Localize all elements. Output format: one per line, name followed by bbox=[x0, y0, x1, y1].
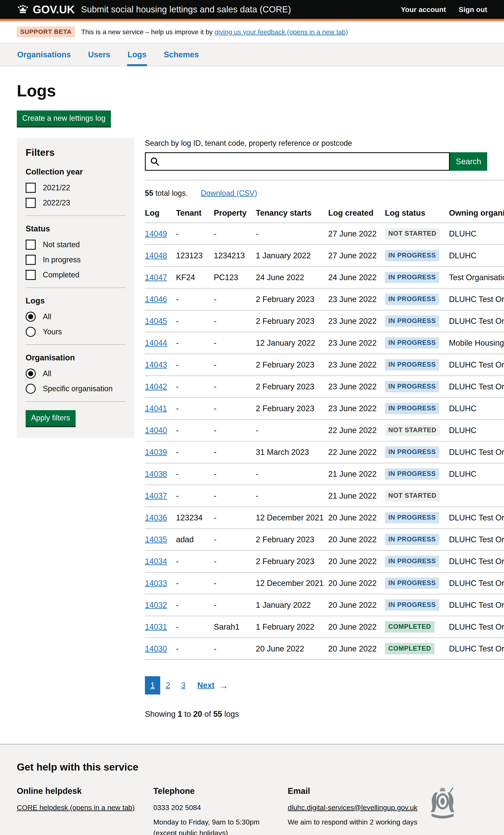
log-id-link[interactable]: 14033 bbox=[145, 579, 167, 588]
email-link[interactable]: dluhc.digital-services@levellingup.gov.u… bbox=[288, 803, 418, 812]
property-cell: - bbox=[214, 441, 256, 463]
status-badge: IN PROGRESS bbox=[385, 468, 439, 480]
log-id-link[interactable]: 14041 bbox=[145, 404, 167, 413]
option-label: In progress bbox=[43, 256, 81, 264]
checkbox-option-completed[interactable]: Completed bbox=[26, 270, 126, 280]
checkbox-unchecked-icon[interactable] bbox=[26, 270, 36, 280]
table-row: 14042--2 February 202323 June 2022IN PRO… bbox=[145, 376, 504, 398]
tab-organisations[interactable]: Organisations bbox=[17, 43, 72, 66]
phase-banner-text: This is a new service – help us improve … bbox=[81, 28, 348, 36]
owning-organisation-cell: DLUHC Test Org bbox=[449, 376, 504, 398]
table-row: 14047KF24PC12324 June 202224 June 2022IN… bbox=[145, 266, 504, 288]
checkbox-option-2022-23[interactable]: 2022/23 bbox=[26, 198, 126, 208]
tenancy-starts-cell: 2 February 2023 bbox=[256, 354, 328, 376]
filter-section-status: StatusNot startedIn progressCompleted bbox=[26, 224, 126, 280]
log-id-link[interactable]: 14038 bbox=[145, 470, 167, 478]
table-row: 14040---22 June 2022NOT STARTEDDLUHC bbox=[145, 420, 504, 441]
log-cell: 14042 bbox=[145, 376, 176, 398]
table-row: 14037---21 June 2022NOT STARTED bbox=[145, 485, 504, 507]
log-cell: 14037 bbox=[145, 485, 176, 507]
next-page-link[interactable]: Next bbox=[197, 681, 215, 690]
owning-organisation-cell: DLUHC Test Org bbox=[449, 616, 504, 638]
log-status-cell: COMPLETED bbox=[385, 638, 449, 660]
email-heading: Email bbox=[288, 786, 430, 796]
filter-section-organisation: OrganisationAllSpecific organisation bbox=[26, 353, 126, 394]
checkbox-unchecked-icon[interactable] bbox=[26, 255, 36, 265]
checkbox-option-2021-22[interactable]: 2021/22 bbox=[26, 183, 126, 193]
tenancy-starts-cell: 2 February 2023 bbox=[256, 376, 328, 398]
service-name-link[interactable]: Submit social housing lettings and sales… bbox=[81, 4, 291, 15]
account-nav: Your account Sign out bbox=[389, 5, 487, 14]
log-created-cell: 23 June 2022 bbox=[328, 398, 385, 420]
your-account-link[interactable]: Your account bbox=[401, 5, 446, 14]
log-created-cell: 20 June 2022 bbox=[328, 616, 385, 638]
page-2-link[interactable]: 2 bbox=[160, 676, 176, 694]
checkbox-unchecked-icon[interactable] bbox=[26, 240, 36, 250]
table-row: 14031-Sarah11 February 202220 June 2022C… bbox=[145, 616, 504, 638]
log-id-link[interactable]: 14034 bbox=[145, 557, 167, 566]
log-id-link[interactable]: 14030 bbox=[145, 644, 167, 653]
log-id-link[interactable]: 14049 bbox=[145, 229, 167, 238]
column-header-tenant: Tenant bbox=[176, 201, 214, 223]
core-helpdesk-link[interactable]: CORE helpdesk (opens in a new tab) bbox=[17, 803, 135, 812]
option-label: Not started bbox=[43, 240, 80, 249]
radio-option-all[interactable]: All bbox=[26, 369, 126, 379]
govuk-home-link[interactable]: GOV.UK bbox=[17, 3, 75, 16]
log-id-link[interactable]: 14048 bbox=[145, 251, 167, 260]
radio-checked-icon[interactable] bbox=[26, 369, 36, 379]
log-status-cell: IN PROGRESS bbox=[385, 441, 449, 463]
log-cell: 14033 bbox=[145, 572, 176, 594]
log-id-link[interactable]: 14046 bbox=[145, 295, 167, 304]
log-id-link[interactable]: 14042 bbox=[145, 382, 167, 391]
log-id-link[interactable]: 14040 bbox=[145, 426, 167, 435]
radio-unchecked-icon[interactable] bbox=[26, 384, 36, 394]
tab-logs[interactable]: Logs bbox=[127, 43, 147, 66]
radio-unchecked-icon[interactable] bbox=[26, 327, 36, 337]
search-button[interactable]: Search bbox=[450, 152, 487, 171]
create-lettings-log-button[interactable]: Create a new lettings log bbox=[17, 110, 111, 126]
tab-schemes[interactable]: Schemes bbox=[163, 43, 199, 66]
sign-out-link[interactable]: Sign out bbox=[459, 5, 487, 14]
status-badge: COMPLETED bbox=[385, 643, 435, 654]
log-id-link[interactable]: 14035 bbox=[145, 535, 167, 544]
checkbox-option-not-started[interactable]: Not started bbox=[26, 240, 126, 250]
tenancy-starts-cell: 1 January 2022 bbox=[256, 245, 328, 266]
divider bbox=[26, 401, 126, 402]
status-badge: IN PROGRESS bbox=[385, 250, 439, 261]
search-input[interactable] bbox=[145, 152, 450, 171]
table-row: 14041--2 February 202323 June 2022IN PRO… bbox=[145, 398, 504, 420]
log-id-link[interactable]: 14044 bbox=[145, 339, 167, 347]
apply-filters-button[interactable]: Apply filters bbox=[26, 410, 76, 426]
log-id-link[interactable]: 14032 bbox=[145, 600, 167, 609]
feedback-link[interactable]: giving us your feedback (opens in a new … bbox=[215, 28, 348, 36]
tenant-cell: 123234 bbox=[176, 507, 214, 529]
radio-option-specific-organisation[interactable]: Specific organisation bbox=[26, 384, 126, 394]
log-id-link[interactable]: 14047 bbox=[145, 273, 167, 282]
property-cell: - bbox=[214, 354, 256, 376]
status-badge: IN PROGRESS bbox=[385, 599, 439, 611]
filter-section-heading: Organisation bbox=[26, 353, 126, 362]
log-id-link[interactable]: 14043 bbox=[145, 360, 167, 369]
page-1-current-link[interactable]: 1 bbox=[145, 676, 160, 694]
log-id-link[interactable]: 14045 bbox=[145, 317, 167, 326]
checkbox-option-in-progress[interactable]: In progress bbox=[26, 255, 126, 265]
option-label: All bbox=[43, 312, 51, 321]
log-id-link[interactable]: 14039 bbox=[145, 448, 167, 456]
radio-checked-icon[interactable] bbox=[26, 312, 36, 322]
radio-option-yours[interactable]: Yours bbox=[26, 327, 126, 337]
owning-organisation-cell: DLUHC Test Org bbox=[449, 572, 504, 594]
tab-users[interactable]: Users bbox=[88, 43, 111, 66]
log-id-link[interactable]: 14031 bbox=[145, 623, 167, 631]
log-cell: 14041 bbox=[145, 398, 176, 420]
log-id-link[interactable]: 14037 bbox=[145, 491, 167, 500]
log-id-link[interactable]: 14036 bbox=[145, 513, 167, 522]
checkbox-unchecked-icon[interactable] bbox=[26, 183, 36, 193]
page-3-link[interactable]: 3 bbox=[176, 676, 191, 694]
owning-organisation-cell: DLUHC Test Org bbox=[449, 594, 504, 616]
log-cell: 14038 bbox=[145, 463, 176, 485]
download-csv-link[interactable]: Download (CSV) bbox=[201, 189, 257, 198]
radio-option-all[interactable]: All bbox=[26, 312, 126, 322]
checkbox-unchecked-icon[interactable] bbox=[26, 198, 36, 208]
logs-table: LogTenantPropertyTenancy startsLog creat… bbox=[145, 201, 504, 660]
status-badge: IN PROGRESS bbox=[385, 447, 439, 458]
